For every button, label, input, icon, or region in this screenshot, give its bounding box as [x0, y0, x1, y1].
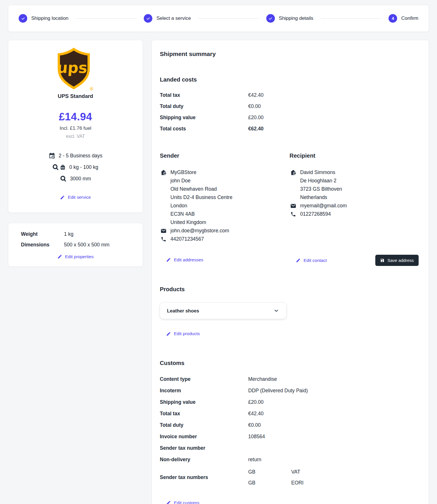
- recipient-phone-line: 01227268594: [290, 210, 419, 218]
- customs-section: Customs Content type Merchandise Incoter…: [160, 360, 419, 504]
- ups-logo-icon: ups ®: [56, 47, 95, 92]
- save-address-button[interactable]: Save address: [375, 255, 419, 266]
- sender-tax-numbers-row: Sender tax numbers GB VAT GB EORI: [160, 469, 419, 486]
- edit-contact-link[interactable]: Edit contact: [296, 258, 327, 263]
- parcel-properties-card: Weight 1 kg Dimensions 500 x 500 x 500 m…: [8, 223, 143, 267]
- customs-row: Sender tax number: [160, 445, 419, 451]
- step-label: Shipping details: [279, 16, 313, 21]
- product-dropdown[interactable]: Leather shoes: [160, 302, 286, 319]
- service-price: £14.94: [15, 111, 136, 123]
- recipient-email-line: myemail@gmail.com: [290, 202, 419, 210]
- landed-costs-title: Landed costs: [160, 76, 419, 83]
- landed-costs-section: Landed costs Total tax €42.40 Total duty…: [160, 76, 419, 132]
- recipient-title: Recipient: [290, 152, 419, 159]
- step-number-badge: 4: [389, 14, 397, 23]
- weight-range-text: 0 kg - 100 kg: [69, 164, 98, 170]
- tax-number-type: VAT: [291, 469, 419, 475]
- weight-label: Weight: [21, 231, 64, 237]
- edit-service-link[interactable]: Edit service: [60, 195, 91, 200]
- pencil-icon: [60, 195, 65, 200]
- total-costs-row: Total costs €62.40: [160, 126, 419, 132]
- products-section: Products Leather shoes Edit products: [160, 286, 419, 337]
- step-label: Select a service: [156, 16, 191, 21]
- dimensions-label: Dimensions: [21, 242, 64, 248]
- svg-text:®: ®: [90, 86, 94, 92]
- mail-icon: [290, 203, 297, 209]
- step-shipping-location[interactable]: Shipping location: [19, 14, 68, 23]
- check-icon: [266, 14, 275, 23]
- step-label: Shipping location: [31, 16, 68, 21]
- progress-stepper: Shipping location Select a service Shipp…: [8, 5, 429, 32]
- sender-phone-line: 442071234567: [160, 235, 290, 243]
- cost-row: Shipping value £20.00: [160, 115, 419, 121]
- sender-company-line: MyGBStore: [160, 168, 290, 177]
- customs-row: Incoterm DDP (Delivered Duty Paid): [160, 388, 419, 394]
- measure-weight-icon: KG: [53, 164, 66, 171]
- service-features: 2 - 5 Business days KG 0 kg - 100 kg: [15, 152, 136, 182]
- vat-note: excl. VAT: [15, 134, 136, 139]
- recipient-section: Recipient David Simmons De Hooghlaan 2: [290, 152, 419, 243]
- customs-row: Non-delivery return: [160, 457, 419, 463]
- address-pin-icon: [160, 169, 167, 176]
- shipment-summary-card: Shipment summary Landed costs Total tax …: [152, 40, 429, 504]
- pencil-icon: [166, 331, 171, 336]
- recipient-name-line: David Simmons: [290, 168, 419, 177]
- customs-row: Invoice number 108564: [160, 434, 419, 440]
- sender-address-line: Units D2-4 Business Centre: [160, 193, 290, 202]
- sender-address-line: john Doe: [160, 177, 290, 185]
- fuel-surcharge-note: Incl. £1.76 fuel: [15, 125, 136, 131]
- customs-row: Content type Merchandise: [160, 376, 419, 382]
- tax-number-country: GB: [248, 469, 291, 475]
- weight-value: 1 kg: [64, 231, 130, 237]
- customs-row: Total duty €0.00: [160, 422, 419, 428]
- mail-icon: [160, 228, 167, 234]
- step-select-service[interactable]: Select a service: [144, 14, 191, 23]
- product-dropdown-value: Leather shoes: [167, 308, 199, 314]
- phone-icon: [290, 211, 297, 217]
- max-dimension-row: 3000 mm: [15, 175, 136, 182]
- edit-customs-link[interactable]: Edit customs: [166, 500, 199, 504]
- pencil-icon: [166, 500, 171, 504]
- customs-title: Customs: [160, 360, 419, 366]
- weight-range-row: KG 0 kg - 100 kg: [15, 164, 136, 171]
- step-divider: [198, 18, 259, 19]
- service-name: UPS Standard: [15, 93, 136, 99]
- edit-properties-link[interactable]: Edit properties: [57, 254, 94, 259]
- edit-products-link[interactable]: Edit products: [166, 331, 200, 336]
- sender-address-line: EC3N 4AB: [160, 210, 290, 218]
- delivery-time-row: 2 - 5 Business days: [15, 152, 136, 159]
- address-pin-icon: [290, 169, 297, 176]
- check-icon: [144, 14, 152, 23]
- pencil-icon: [57, 254, 62, 259]
- page-title: Shipment summary: [160, 51, 419, 57]
- sender-section: Sender MyGBStore john Doe Old: [160, 152, 290, 243]
- step-shipping-details[interactable]: Shipping details: [266, 14, 313, 23]
- sender-title: Sender: [160, 152, 290, 159]
- sender-email-line: john.doe@mygbstore.com: [160, 227, 290, 235]
- phone-icon: [160, 236, 167, 242]
- step-confirm[interactable]: 4 Confirm: [389, 14, 418, 23]
- dimensions-value: 500 x 500 x 500 mm: [64, 242, 130, 248]
- calendar-clock-icon: [48, 152, 55, 159]
- recipient-address-line: De Hooghlaan 2: [290, 177, 419, 185]
- save-icon: [380, 258, 384, 262]
- recipient-address-line: 3723 GS Bilthoven: [290, 185, 419, 193]
- pencil-icon: [166, 257, 171, 262]
- step-divider: [76, 18, 136, 19]
- cost-row: Total duty €0.00: [160, 103, 419, 109]
- selected-service-card: ups ® UPS Standard £14.94 Incl. £1.76 fu…: [8, 40, 143, 213]
- delivery-time-text: 2 - 5 Business days: [59, 153, 102, 159]
- sender-address-line: United Kingdom: [160, 218, 290, 227]
- cost-row: Total tax €42.40: [160, 92, 419, 98]
- chevron-down-icon: [273, 308, 279, 314]
- sender-address-line: London: [160, 202, 290, 210]
- svg-text:KG: KG: [61, 167, 65, 169]
- svg-text:ups: ups: [57, 59, 88, 76]
- edit-addresses-link[interactable]: Edit addresses: [166, 257, 203, 262]
- customs-row: Total tax €42.40: [160, 411, 419, 417]
- check-icon: [19, 14, 27, 23]
- customs-row: Shipping value £20.00: [160, 399, 419, 405]
- step-label: Confirm: [401, 16, 418, 21]
- step-divider: [321, 18, 381, 19]
- recipient-address-line: Netherlands: [290, 193, 419, 202]
